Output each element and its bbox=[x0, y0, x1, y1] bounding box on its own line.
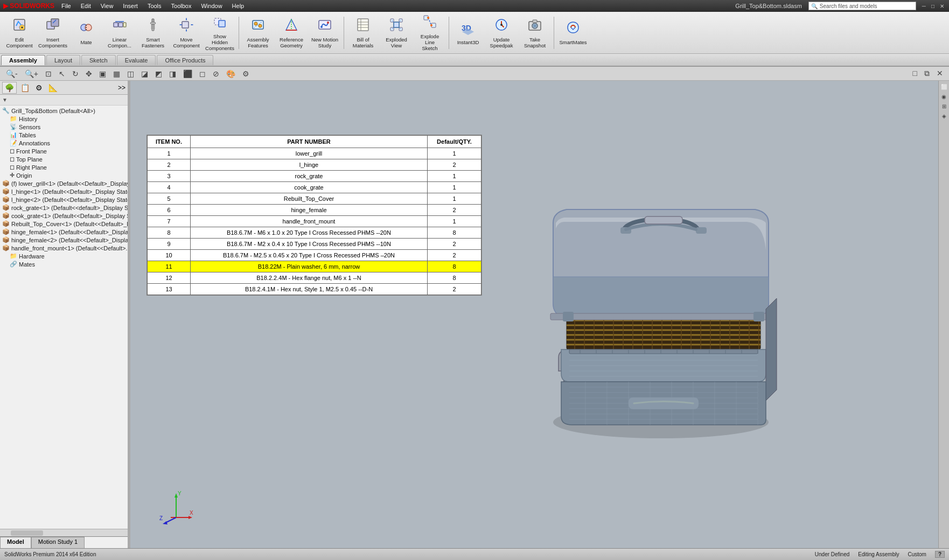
smartmates-button[interactable]: SmartMates bbox=[557, 16, 589, 50]
tb2-view5[interactable]: ◩ bbox=[152, 68, 165, 79]
help-button[interactable]: ? bbox=[935, 551, 945, 558]
tree-item-sensors[interactable]: 📡 Sensors bbox=[0, 123, 128, 131]
tree-item-rebuilt-top[interactable]: 📦 Rebuilt_Top_Cover<1> (Default<<Default… bbox=[0, 220, 128, 228]
sidebar-tab-motion[interactable]: Motion Study 1 bbox=[31, 537, 85, 548]
tree-item-lower-grill[interactable]: 📦 (f) lower_grill<1> (Default<<Default>_… bbox=[0, 179, 128, 187]
svg-text:X: X bbox=[190, 510, 193, 516]
tab-evaluate[interactable]: Evaluate bbox=[117, 55, 156, 65]
tree-item-l-hinge1[interactable]: 📦 l_hinge<1> (Default<<Default>_Display … bbox=[0, 187, 128, 195]
tree-item-l-hinge2[interactable]: 📦 l_hinge<2> (Default<<Default>_Display … bbox=[0, 195, 128, 204]
tb2-zoom-fit[interactable]: ⊡ bbox=[43, 68, 54, 79]
explode-line-label: ExplodeLineSketch bbox=[421, 33, 439, 51]
tree-item-right-plane[interactable]: ◻ Right Plane bbox=[0, 163, 128, 171]
insert-components-button[interactable]: InsertComponents bbox=[37, 15, 69, 51]
bill-of-materials-button[interactable]: Bill ofMaterials bbox=[347, 15, 379, 51]
linear-component-button[interactable]: LinearCompon... bbox=[103, 15, 136, 51]
tree-root[interactable]: 🔧 Grill_Top&Bottom (Default<All>) bbox=[0, 107, 128, 115]
tree-item-top-plane[interactable]: ◻ Top Plane bbox=[0, 155, 128, 163]
sidebar-icon-dxfmgr[interactable]: 📐 bbox=[46, 82, 60, 93]
tb2-close[interactable]: ✕ bbox=[934, 68, 946, 79]
tree-item-rock-grate[interactable]: 📦 rock_grate<1> (Default<<default>_Displ… bbox=[0, 204, 128, 212]
tb2-rotate[interactable]: ↻ bbox=[69, 68, 81, 79]
tb2-shading[interactable]: ⬛ bbox=[180, 68, 195, 79]
sidebar-scrollbar-thumb[interactable] bbox=[11, 530, 43, 536]
reference-geometry-button[interactable]: ReferenceGeometry bbox=[275, 15, 308, 51]
tree-item-annotations[interactable]: 📝 Annotations bbox=[0, 139, 128, 147]
tree-item-hinge-female1[interactable]: 📦 hinge_female<1> (Default<<Default>_Dis… bbox=[0, 228, 128, 236]
menu-edit[interactable]: Edit bbox=[79, 2, 93, 10]
sidebar-hscroll[interactable] bbox=[0, 529, 128, 536]
tree-item-tables[interactable]: 📊 Tables bbox=[0, 131, 128, 139]
close-button[interactable]: ✕ bbox=[938, 3, 946, 9]
viewport[interactable]: ITEM NO. PART NUMBER Default/QTY. 1lower… bbox=[130, 81, 949, 548]
tree-lower-grill-icon: 📦 bbox=[2, 180, 10, 187]
exploded-view-button[interactable]: ExplodedView bbox=[380, 15, 413, 51]
window-title: Grill_Top&Bottom.sldasm bbox=[735, 3, 802, 9]
edit-component-button[interactable]: EditComponent bbox=[3, 15, 36, 51]
tree-item-cook-grate[interactable]: 📦 cook_grate<1> (Default<<Default>_Displ… bbox=[0, 212, 128, 220]
tb2-appearance[interactable]: 🎨 bbox=[224, 68, 238, 79]
bom-item-3: 3 bbox=[148, 171, 191, 182]
tb2-view4[interactable]: ◪ bbox=[138, 68, 151, 79]
smart-fasteners-button[interactable]: SmartFasteners bbox=[137, 15, 169, 51]
tb2-view2[interactable]: ▦ bbox=[110, 68, 123, 79]
tab-layout[interactable]: Layout bbox=[46, 55, 80, 65]
tb2-select[interactable]: ↖ bbox=[56, 68, 68, 79]
move-component-button[interactable]: MoveComponent bbox=[170, 15, 203, 51]
sidebar-icon-propertymanager[interactable]: 📋 bbox=[18, 82, 32, 93]
svg-rect-73 bbox=[550, 313, 774, 320]
search-box[interactable]: 🔍 Search files and models bbox=[808, 2, 916, 10]
menu-help[interactable]: Help bbox=[231, 2, 246, 10]
tb2-section[interactable]: ⊘ bbox=[210, 68, 222, 79]
view-orient-icon[interactable]: ⬜ bbox=[940, 83, 948, 91]
sidebar-icon-configmanager[interactable]: ⚙ bbox=[33, 82, 45, 93]
tree-item-hardware[interactable]: 📁 Hardware bbox=[0, 252, 128, 260]
show-hidden-button[interactable]: ShowHiddenComponents bbox=[204, 11, 236, 54]
assembly-features-button[interactable]: AssemblyFeatures bbox=[242, 15, 274, 51]
tab-assembly[interactable]: Assembly bbox=[1, 55, 45, 65]
bom-item-7: 7 bbox=[148, 216, 191, 227]
view-display-icon[interactable]: ◈ bbox=[941, 112, 947, 120]
tb2-view3[interactable]: ◫ bbox=[124, 68, 137, 79]
tree-item-history[interactable]: 📁 History bbox=[0, 115, 128, 123]
tree-item-front-plane[interactable]: ◻ Front Plane bbox=[0, 147, 128, 155]
tree-l-hinge1-label: l_hinge<1> (Default<<Default>_Display St… bbox=[11, 188, 128, 195]
minimize-button[interactable]: ─ bbox=[920, 3, 927, 9]
tb2-zoom-in[interactable]: 🔍+ bbox=[22, 68, 41, 79]
tb2-zoom-out[interactable]: 🔍- bbox=[3, 68, 20, 79]
tb2-maximize[interactable]: □ bbox=[910, 68, 920, 79]
move-component-icon bbox=[179, 17, 194, 36]
tb2-pan[interactable]: ✥ bbox=[83, 68, 95, 79]
view-3d-icon[interactable]: ◉ bbox=[941, 93, 947, 101]
tree-item-hinge-female2[interactable]: 📦 hinge_female<2> (Default<<Default>_Dis… bbox=[0, 236, 128, 244]
take-snapshot-button[interactable]: TakeSnapshot bbox=[519, 15, 551, 51]
tree-item-handle-front[interactable]: 📦 handle_front_mount<1> (Default<<Defaul… bbox=[0, 244, 128, 252]
sidebar-collapse-button[interactable]: >> bbox=[118, 84, 125, 92]
menu-window[interactable]: Window bbox=[199, 2, 224, 10]
bom-item-1: 1 bbox=[148, 148, 191, 159]
update-speedpak-button[interactable]: UpdateSpeedpak bbox=[485, 15, 518, 51]
tb2-wireframe[interactable]: ◻ bbox=[197, 68, 208, 79]
menu-tools[interactable]: Tools bbox=[146, 2, 163, 10]
sidebar-icon-featuretree[interactable]: 🌳 bbox=[2, 82, 17, 94]
tree-item-mates[interactable]: 🔗 Mates bbox=[0, 260, 128, 268]
explode-line-button[interactable]: ExplodeLineSketch bbox=[414, 11, 446, 54]
tb2-restore[interactable]: ⧉ bbox=[922, 68, 932, 79]
new-motion-study-button[interactable]: New MotionStudy bbox=[309, 15, 341, 51]
tab-office-products[interactable]: Office Products bbox=[157, 55, 213, 65]
tb2-settings[interactable]: ⚙ bbox=[240, 68, 252, 79]
mate-button[interactable]: Mate bbox=[70, 16, 102, 50]
tree-item-origin[interactable]: ✛ Origin bbox=[0, 171, 128, 179]
instant3d-button[interactable]: 3D Instant3D bbox=[452, 16, 484, 50]
menu-insert[interactable]: Insert bbox=[121, 2, 139, 10]
menu-toolbox[interactable]: Toolbox bbox=[170, 2, 193, 10]
sidebar-tab-model[interactable]: Model bbox=[0, 537, 31, 548]
tb2-view1[interactable]: ▣ bbox=[96, 68, 109, 79]
restore-button[interactable]: □ bbox=[930, 3, 936, 9]
bom-item-4: 4 bbox=[148, 182, 191, 193]
tab-sketch[interactable]: Sketch bbox=[81, 55, 116, 65]
menu-view[interactable]: View bbox=[99, 2, 115, 10]
tb2-view6[interactable]: ◨ bbox=[166, 68, 179, 79]
menu-file[interactable]: File bbox=[60, 2, 73, 10]
view-section-icon[interactable]: ⊞ bbox=[941, 102, 947, 110]
